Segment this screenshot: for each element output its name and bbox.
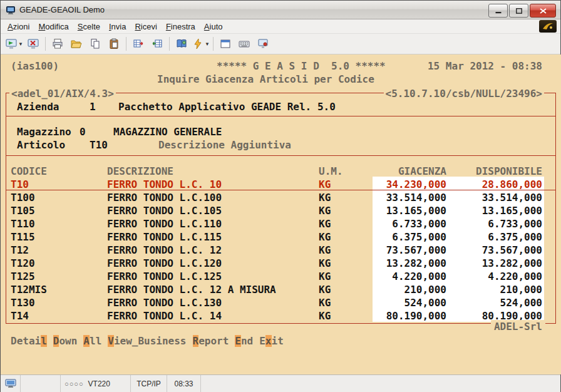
toolbar: ▼ ▼ xyxy=(1,34,560,54)
host-label-left: <adel_01/AIX/4.3> xyxy=(9,87,116,100)
cell-giacenza: 73.567,000 xyxy=(386,244,446,257)
cell-um: KG xyxy=(319,178,331,191)
fkey-view-business[interactable]: View_Business xyxy=(108,335,186,347)
fkey-all[interactable]: All xyxy=(83,335,101,347)
connect-icon xyxy=(5,38,18,50)
protocol-section: TCP/IP xyxy=(131,375,167,392)
cell-code: T100 xyxy=(11,191,35,204)
screen-title: Inquire Giacenza Articoli per Codice xyxy=(157,73,374,86)
cell-code: T125 xyxy=(11,270,35,283)
cell-giacenza: 13.282,000 xyxy=(386,257,446,270)
column-header-um: U.M. xyxy=(319,165,343,178)
cell-disponibile: 13.165,000 xyxy=(482,204,542,217)
cell-description: FERRO TONDO L.C.125 xyxy=(107,270,222,283)
articolo-label: Articolo xyxy=(17,138,65,152)
menu-finestra[interactable]: Finestra xyxy=(162,21,200,33)
function-key-menu: DetailDownAllView_BusinessReportEndExit xyxy=(11,335,290,347)
status-time: 08:33 xyxy=(174,379,193,388)
session-id: (ias100) xyxy=(11,59,59,73)
articolo-line: Articolo T10 Descrizione Aggiuntiva xyxy=(1,138,561,152)
cell-description: FERRO TONDO L.C. 10 xyxy=(107,178,222,191)
toolbar-separator xyxy=(213,37,214,51)
menu-invia[interactable]: Invia xyxy=(105,21,130,33)
menu-scelte[interactable]: Scelte xyxy=(73,21,105,33)
send-screen-icon xyxy=(132,38,145,50)
column-header-giacenza: GIACENZA xyxy=(398,165,446,178)
fkey-detail[interactable]: Detail xyxy=(11,335,47,347)
session-window-button[interactable] xyxy=(216,35,235,53)
close-button[interactable] xyxy=(530,4,556,18)
monitor-setup-button[interactable] xyxy=(254,35,272,53)
cell-giacenza: 13.165,000 xyxy=(386,204,446,217)
table-row[interactable]: T115 FERRO TONDO L.C.115 KG 6.375,000 6.… xyxy=(1,230,561,244)
table-row[interactable]: T110 FERRO TONDO L.C.110 KG 6.733,000 6.… xyxy=(1,217,561,230)
cell-code: T115 xyxy=(11,230,35,244)
print-button[interactable] xyxy=(48,35,67,53)
table-row[interactable]: T12 FERRO TONDO L.C. 12 KG 73.567,000 73… xyxy=(1,244,561,257)
receive-screen-icon xyxy=(151,38,163,50)
terminal-type-section: ○○○○ VT220 xyxy=(61,375,131,392)
receive-screen-button[interactable] xyxy=(148,35,167,53)
macro-menu-caret[interactable]: ▼ xyxy=(205,41,210,47)
terminal-datetime: 15 Mar 2012 - 08:38 xyxy=(428,59,542,73)
fkey-end[interactable]: End xyxy=(235,335,253,347)
table-row[interactable]: T130 FERRO TONDO L.C.130 KG 524,000 524,… xyxy=(1,296,561,309)
open-button[interactable] xyxy=(67,35,86,53)
table-row[interactable]: T125 FERRO TONDO L.C.125 KG 4.220,000 4.… xyxy=(1,270,561,283)
cell-description: FERRO TONDO L.C. 12 A MISURA xyxy=(107,283,276,296)
cell-code: T105 xyxy=(11,204,35,217)
window-icon[interactable] xyxy=(6,5,16,15)
cell-description: FERRO TONDO L.C. 12 xyxy=(107,244,222,257)
app-banner: ***** G E A S I D 5.0 ***** xyxy=(217,59,386,73)
table-row-selected[interactable]: T10 FERRO TONDO L.C. 10 KG 34.230,000 28… xyxy=(1,178,561,191)
run-macro-button[interactable]: ▼ xyxy=(191,35,210,53)
cell-code: T12MIS xyxy=(11,283,47,296)
separator-line xyxy=(6,155,556,156)
send-screen-button[interactable] xyxy=(129,35,148,53)
menu-azioni[interactable]: Azioni xyxy=(3,21,34,33)
cell-code: T12 xyxy=(11,244,29,257)
cell-description: FERRO TONDO L.C.130 xyxy=(107,296,222,309)
macro-book-button[interactable] xyxy=(172,35,191,53)
keyboard-button[interactable] xyxy=(235,35,254,53)
status-blank-section xyxy=(201,375,560,392)
table-row[interactable]: T105 FERRO TONDO L.C.105 KG 13.165,000 1… xyxy=(1,204,561,217)
disconnect-button[interactable] xyxy=(24,35,43,53)
app-window: GEADE-GEAOIL Demo Azioni Modifica Scelte… xyxy=(0,0,561,392)
cell-giacenza: 33.514,000 xyxy=(386,191,446,204)
host-label-line: <adel_01/AIX/4.3> <5.10.7.10/csb/NULL/23… xyxy=(1,87,561,100)
cell-disponibile: 33.514,000 xyxy=(482,191,542,204)
title-bar[interactable]: GEADE-GEAOIL Demo xyxy=(1,1,560,19)
copy-button[interactable] xyxy=(86,35,105,53)
articolo-input[interactable]: T10 xyxy=(90,138,108,152)
fkey-down[interactable]: Down xyxy=(53,335,78,347)
maximize-button[interactable] xyxy=(509,4,528,18)
table-row[interactable]: T14 FERRO TONDO L.C. 14 KG 80.190,000 80… xyxy=(1,309,561,322)
close-icon xyxy=(540,8,547,14)
table-row[interactable]: T12MIS FERRO TONDO L.C. 12 A MISURA KG 2… xyxy=(1,283,561,296)
host-label-right: <5.10.7.10/csb/NULL/23496> xyxy=(384,87,544,100)
minimize-button[interactable] xyxy=(488,4,508,18)
menu-aiuto[interactable]: Aiuto xyxy=(200,21,227,33)
toolbar-separator xyxy=(45,37,46,51)
fkey-report[interactable]: Report xyxy=(193,335,229,347)
connect-menu-caret[interactable]: ▼ xyxy=(18,41,23,47)
terminal-screen[interactable]: (ias100) ***** G E A S I D 5.0 ***** 15 … xyxy=(1,54,561,374)
paste-button[interactable] xyxy=(105,35,123,53)
fkey-exit[interactable]: Exit xyxy=(259,335,284,347)
menu-ricevi[interactable]: Ricevi xyxy=(130,21,161,33)
print-icon xyxy=(51,38,64,50)
table-row[interactable]: T100 FERRO TONDO L.C.100 KG 33.514,000 3… xyxy=(1,191,561,204)
copy-icon xyxy=(89,38,101,50)
cell-disponibile: 28.860,000 xyxy=(482,178,542,191)
cell-code: T110 xyxy=(11,217,35,230)
cell-description: FERRO TONDO L.C.115 xyxy=(107,230,222,244)
cell-description: FERRO TONDO L.C.105 xyxy=(107,204,222,217)
connect-button[interactable]: ▼ xyxy=(4,35,24,53)
cell-disponibile: 210,000 xyxy=(500,283,542,296)
menu-modifica[interactable]: Modifica xyxy=(34,21,73,33)
table-row[interactable]: T120 FERRO TONDO L.C.120 KG 13.282,000 1… xyxy=(1,257,561,270)
maximize-icon xyxy=(516,8,522,14)
protocol-label: TCP/IP xyxy=(136,379,161,388)
cell-giacenza: 210,000 xyxy=(404,283,446,296)
